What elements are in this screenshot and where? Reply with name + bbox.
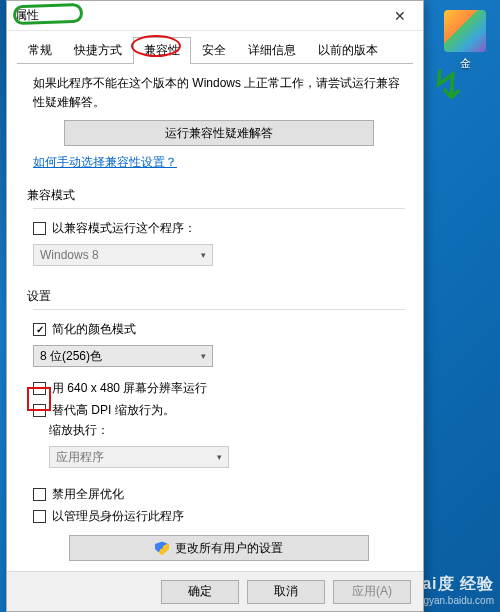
desktop-shortcut[interactable]: 金 bbox=[440, 10, 490, 71]
change-all-users-button[interactable]: 更改所有用户的设置 bbox=[69, 535, 369, 561]
scaling-performed-by-label: 缩放执行： bbox=[49, 422, 109, 439]
chevron-down-icon: ▾ bbox=[201, 250, 206, 260]
checkbox-reduced-color[interactable] bbox=[33, 323, 46, 336]
tab-content: 如果此程序不能在这个版本的 Windows 上正常工作，请尝试运行兼容性疑难解答… bbox=[7, 64, 423, 571]
recycle-bin-icon bbox=[444, 10, 486, 52]
select-color-depth[interactable]: 8 位(256)色 ▾ bbox=[33, 345, 213, 367]
select-scaling-performed-by: 应用程序 ▾ bbox=[49, 446, 229, 468]
checkbox-override-dpi-label: 替代高 DPI 缩放行为。 bbox=[52, 402, 175, 419]
checkbox-run-as-admin-label: 以管理员身份运行此程序 bbox=[52, 508, 184, 525]
chevron-down-icon: ▾ bbox=[201, 351, 206, 361]
window-title: 属性 bbox=[15, 7, 377, 24]
help-link[interactable]: 如何手动选择兼容性设置？ bbox=[33, 154, 177, 171]
group-compat-mode-label: 兼容模式 bbox=[27, 187, 405, 204]
tab-security[interactable]: 安全 bbox=[191, 37, 237, 64]
checkbox-disable-fullscreen[interactable] bbox=[33, 488, 46, 501]
tab-compatibility[interactable]: 兼容性 bbox=[133, 37, 191, 64]
checkbox-disable-fullscreen-label: 禁用全屏优化 bbox=[52, 486, 124, 503]
tab-details[interactable]: 详细信息 bbox=[237, 37, 307, 64]
group-settings-label: 设置 bbox=[27, 288, 405, 305]
titlebar[interactable]: 属性 ✕ bbox=[7, 1, 423, 31]
ok-button[interactable]: 确定 bbox=[161, 580, 239, 604]
checkbox-run-as-admin[interactable] bbox=[33, 510, 46, 523]
checkbox-override-dpi[interactable] bbox=[33, 404, 46, 417]
checkbox-reduced-color-label: 简化的颜色模式 bbox=[52, 321, 136, 338]
close-button[interactable]: ✕ bbox=[377, 1, 423, 30]
tab-previous-versions[interactable]: 以前的版本 bbox=[307, 37, 389, 64]
checkbox-compat-mode[interactable] bbox=[33, 222, 46, 235]
checkbox-640x480-label: 用 640 x 480 屏幕分辨率运行 bbox=[52, 380, 207, 397]
compat-hint-text: 如果此程序不能在这个版本的 Windows 上正常工作，请尝试运行兼容性疑难解答… bbox=[33, 74, 405, 112]
close-icon: ✕ bbox=[394, 8, 406, 24]
tab-general[interactable]: 常规 bbox=[17, 37, 63, 64]
tab-strip: 常规 快捷方式 兼容性 安全 详细信息 以前的版本 bbox=[7, 31, 423, 64]
dialog-button-bar: 确定 取消 应用(A) bbox=[7, 571, 423, 611]
desktop-icon-label: 金 bbox=[440, 56, 490, 71]
shield-icon bbox=[155, 541, 169, 555]
apply-button[interactable]: 应用(A) bbox=[333, 580, 411, 604]
chevron-down-icon: ▾ bbox=[217, 452, 222, 462]
tab-shortcut[interactable]: 快捷方式 bbox=[63, 37, 133, 64]
cancel-button[interactable]: 取消 bbox=[247, 580, 325, 604]
checkbox-compat-mode-label: 以兼容模式运行这个程序： bbox=[52, 220, 196, 237]
select-compat-os: Windows 8 ▾ bbox=[33, 244, 213, 266]
properties-dialog: 属性 ✕ 常规 快捷方式 兼容性 安全 详细信息 以前的版本 如果此程序不能在这… bbox=[6, 0, 424, 612]
checkbox-640x480[interactable] bbox=[33, 382, 46, 395]
run-troubleshooter-button[interactable]: 运行兼容性疑难解答 bbox=[64, 120, 374, 146]
